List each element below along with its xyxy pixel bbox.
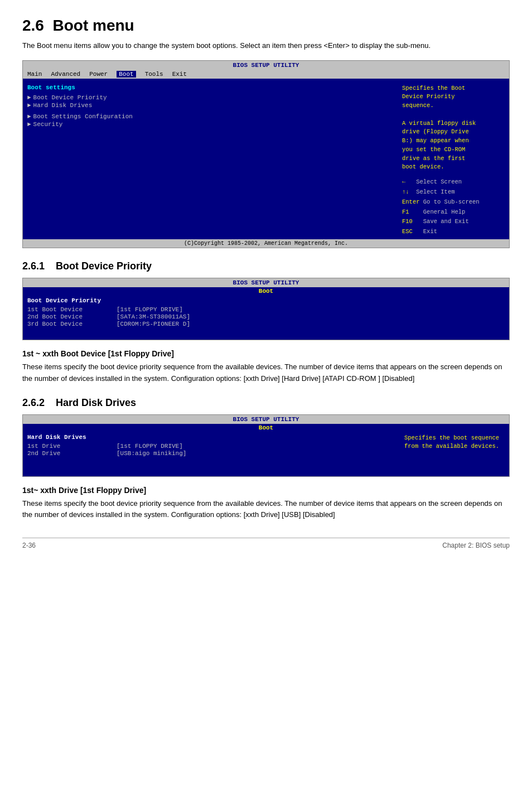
arrow-icon-2: ►	[27, 102, 31, 109]
bios-262-help: Specifies the boot sequence from the ava…	[404, 434, 505, 452]
arrow-icon-4: ►	[27, 121, 31, 128]
bios-262-section-label: Hard Disk Drives	[27, 434, 400, 441]
bios-261-label-3: 3rd Boot Device	[27, 321, 117, 327]
nav-exit[interactable]: Exit	[172, 71, 187, 78]
bios-262-row-1: 1st Drive [1st FLOPPY DRIVE]	[27, 443, 400, 450]
bios-main-body: Boot settings ► Boot Device Priority ► H…	[23, 79, 509, 240]
subsubsection-262-body: These items specify the boot device prio…	[22, 498, 510, 521]
bios-262-subheader: Boot	[23, 424, 509, 432]
arrow-icon-3: ►	[27, 113, 31, 120]
nav-power[interactable]: Power	[89, 71, 108, 78]
nav-tools[interactable]: Tools	[145, 71, 163, 78]
bios-help-text: Specifies the BootDevice Prioritysequenc…	[402, 84, 505, 172]
arrow-icon-1: ►	[27, 94, 31, 101]
bios-262-row-2: 2nd Drive [USB:aigo miniking]	[27, 450, 400, 457]
bios-261-left: Boot Device Priority 1st Boot Device [1s…	[27, 297, 404, 337]
bios-262-label-2: 2nd Drive	[27, 450, 117, 457]
bios-262-left: Hard Disk Drives 1st Drive [1st FLOPPY D…	[27, 434, 404, 474]
subsection-262-title: 2.6.2 Hard Disk Drives	[22, 397, 510, 409]
bios-262-body: Hard Disk Drives 1st Drive [1st FLOPPY D…	[23, 432, 509, 476]
nav-advanced[interactable]: Advanced	[51, 71, 80, 78]
bios-boot-settings-label: Boot settings	[27, 84, 393, 91]
bios-261-row-1: 1st Boot Device [1st FLOPPY DRIVE]	[27, 306, 400, 313]
bios-261-label-1: 1st Boot Device	[27, 306, 117, 313]
bios-261-label-2: 2nd Boot Device	[27, 313, 117, 320]
bios-261-row-3: 3rd Boot Device [CDROM:PS-PIONEER D]	[27, 321, 400, 327]
bios-main-footer: (C)Copyright 1985-2002, American Megatre…	[23, 239, 509, 248]
bios-262-value-1: [1st FLOPPY DRIVE]	[117, 443, 183, 450]
bios-261-right	[404, 297, 505, 337]
menu-item-4-label: Security	[33, 121, 63, 128]
subsubsection-262-title: 1st~ xxth Drive [1st Floppy Drive]	[22, 486, 510, 495]
bios-main-screen: BIOS SETUP UTILITY Main Advanced Power B…	[22, 60, 510, 249]
bios-main-left: Boot settings ► Boot Device Priority ► H…	[23, 82, 398, 240]
bios-main-right: Specifies the BootDevice Prioritysequenc…	[398, 82, 509, 240]
bios-262-screen: BIOS SETUP UTILITY Boot Hard Disk Drives…	[22, 414, 510, 477]
bios-261-value-1: [1st FLOPPY DRIVE]	[117, 306, 183, 313]
bios-main-nav: Main Advanced Power Boot Tools Exit	[23, 70, 509, 79]
bios-261-header: BIOS SETUP UTILITY	[23, 278, 509, 287]
bios-menu-item-2[interactable]: ► Hard Disk Drives	[27, 102, 393, 109]
bios-262-header: BIOS SETUP UTILITY	[23, 415, 509, 424]
bios-262-right: Specifies the boot sequence from the ava…	[404, 434, 505, 474]
bios-261-screen: BIOS SETUP UTILITY Boot Boot Device Prio…	[22, 278, 510, 340]
menu-item-1-label: Boot Device Priority	[33, 94, 107, 101]
bios-262-label-1: 1st Drive	[27, 443, 117, 450]
bios-262-value-2: [USB:aigo miniking]	[117, 450, 186, 457]
bios-261-value-2: [SATA:3M-ST380011AS]	[117, 313, 190, 320]
nav-main[interactable]: Main	[27, 71, 42, 78]
bios-261-body: Boot Device Priority 1st Boot Device [1s…	[23, 295, 509, 340]
bios-main-header: BIOS SETUP UTILITY	[23, 61, 509, 70]
bios-key-help: ← Select Screen ↑↓ Select Item Enter Go …	[402, 177, 505, 237]
bios-menu-item-3[interactable]: ► Boot Settings Configuration	[27, 113, 393, 120]
page-footer: 2-36 Chapter 2: BIOS setup	[22, 538, 510, 549]
menu-item-2-label: Hard Disk Drives	[33, 102, 93, 109]
nav-boot[interactable]: Boot	[117, 71, 136, 78]
bios-menu-item-4[interactable]: ► Security	[27, 121, 393, 128]
bios-261-section-label: Boot Device Priority	[27, 297, 400, 304]
menu-item-3-label: Boot Settings Configuration	[33, 113, 133, 120]
intro-text: The Boot menu items allow you to change …	[22, 40, 510, 51]
bios-261-value-3: [CDROM:PS-PIONEER D]	[117, 321, 190, 327]
footer-chapter: Chapter 2: BIOS setup	[442, 542, 510, 549]
subsubsection-261-title: 1st ~ xxth Boot Device [1st Floppy Drive…	[22, 349, 510, 358]
footer-page-number: 2-36	[22, 542, 36, 549]
bios-261-subheader: Boot	[23, 287, 509, 295]
page-title: 2.6 Boot menu	[22, 17, 510, 35]
bios-menu-item-1[interactable]: ► Boot Device Priority	[27, 94, 393, 101]
bios-261-row-2: 2nd Boot Device [SATA:3M-ST380011AS]	[27, 313, 400, 320]
subsection-261-title: 2.6.1 Boot Device Priority	[22, 260, 510, 272]
subsubsection-261-body: These items specify the boot device prio…	[22, 361, 510, 385]
